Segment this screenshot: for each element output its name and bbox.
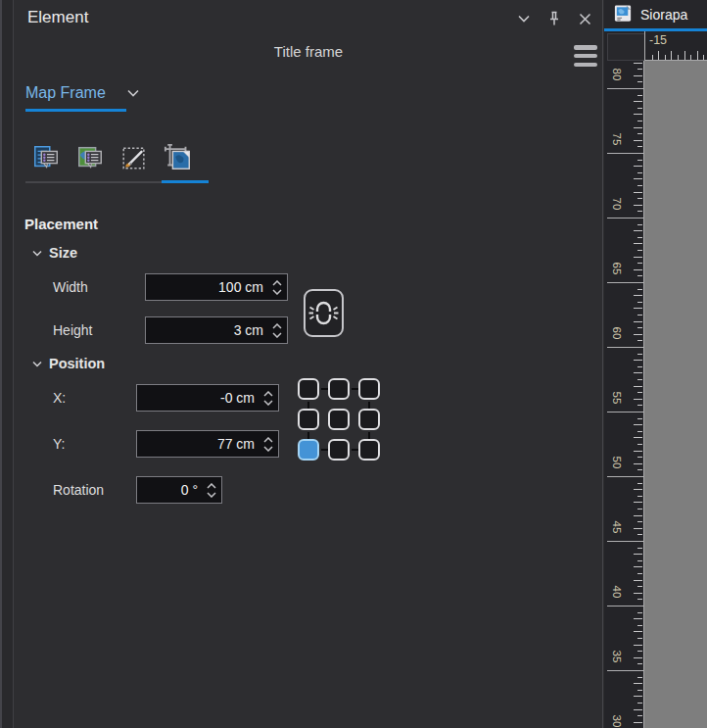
ruler-tick <box>634 593 642 594</box>
width-input[interactable]: 100 cm <box>145 273 288 301</box>
ruler-tick <box>637 548 642 549</box>
ruler-tick <box>637 327 642 328</box>
chevron-down-icon <box>127 89 139 97</box>
app-window: Element Title frame <box>0 0 707 728</box>
close-icon <box>579 13 591 25</box>
vertical-ruler-label: 65 <box>606 258 628 279</box>
anchor-bottom-right[interactable] <box>358 439 380 461</box>
ruler-tick <box>637 703 642 704</box>
ruler-tick <box>637 457 642 458</box>
ruler-tick <box>634 334 642 335</box>
anchor-middle-center[interactable] <box>328 409 350 430</box>
view-tab-label[interactable]: Siorapa <box>640 7 687 23</box>
layout-canvas[interactable] <box>644 61 707 728</box>
chevron-down-icon <box>32 250 42 257</box>
ruler-tick <box>637 651 642 652</box>
ruler-tick <box>637 431 642 432</box>
ruler-major-line <box>607 606 643 607</box>
layout-view-pane: Siorapa -15 8075706560555045403530 <box>604 0 707 728</box>
panel-collapse-button[interactable] <box>515 10 533 27</box>
layout-page-icon <box>613 4 634 24</box>
tab-placement[interactable] <box>162 141 195 174</box>
ruler-tick <box>637 160 642 161</box>
ruler-tick <box>634 192 642 193</box>
width-stepper[interactable] <box>268 274 287 300</box>
ruler-tick <box>637 573 642 574</box>
anchor-middle-left[interactable] <box>298 409 319 430</box>
ruler-tick <box>637 121 642 121</box>
rotation-input[interactable]: 0 ° <box>136 476 222 504</box>
ruler-tick <box>637 95 642 96</box>
ruler-tick <box>690 55 691 60</box>
size-section-toggle[interactable]: Size <box>32 245 77 261</box>
ruler-tick <box>634 515 642 516</box>
rotation-label: Rotation <box>53 482 104 498</box>
tab-map-text-options[interactable] <box>73 141 107 174</box>
ruler-corner-box <box>607 33 645 61</box>
lock-aspect-ratio-button[interactable] <box>304 289 344 337</box>
paintbrush-selection-icon <box>119 143 149 172</box>
height-stepper[interactable] <box>268 317 287 343</box>
vertical-ruler-label: 80 <box>606 64 628 85</box>
element-panel: Element Title frame <box>14 0 603 728</box>
placement-heading: Placement <box>24 216 98 232</box>
ruler-tick <box>634 360 642 361</box>
x-stepper[interactable] <box>259 385 278 411</box>
map-list-icon <box>75 143 105 172</box>
rotation-stepper[interactable] <box>203 477 221 503</box>
y-value: 77 cm <box>137 436 259 452</box>
ruler-tick <box>637 379 642 380</box>
anchor-bottom-center[interactable] <box>328 439 350 461</box>
ruler-tick <box>703 55 704 60</box>
height-input[interactable]: 3 cm <box>145 316 288 344</box>
anchor-top-right[interactable] <box>358 378 380 400</box>
ruler-major-line <box>607 541 643 542</box>
ruler-tick <box>634 709 642 710</box>
frame-type-label: Map Frame <box>25 84 106 102</box>
ruler-tick <box>637 663 642 664</box>
ruler-tick <box>634 657 642 658</box>
frame-type-selector[interactable]: Map Frame <box>25 84 139 102</box>
x-input[interactable]: -0 cm <box>136 384 279 412</box>
y-input[interactable]: 77 cm <box>136 430 279 458</box>
ruler-tick <box>637 354 642 355</box>
ruler-tick <box>671 51 672 60</box>
anchor-middle-right[interactable] <box>358 409 380 430</box>
ruler-tick <box>658 51 659 60</box>
map-frame-placement-icon <box>164 143 193 172</box>
ruler-tick <box>637 224 642 225</box>
y-stepper[interactable] <box>259 431 278 457</box>
ruler-tick <box>634 451 642 452</box>
ruler-major-line <box>607 476 643 477</box>
position-section-toggle[interactable]: Position <box>32 356 105 371</box>
ruler-tick <box>637 108 642 109</box>
ruler-tick <box>634 683 642 684</box>
ruler-tick <box>634 295 642 296</box>
ruler-tick <box>637 496 642 497</box>
active-tab-indicator <box>162 180 209 183</box>
anchor-top-left[interactable] <box>298 378 319 400</box>
panel-close-button[interactable] <box>576 10 593 27</box>
panel-menu-button[interactable] <box>574 44 597 68</box>
rotation-value: 0 ° <box>137 482 203 498</box>
frame-selector-underline <box>25 109 126 112</box>
size-section-label: Size <box>49 245 77 261</box>
ruler-tick <box>637 198 642 199</box>
ruler-tick <box>634 257 642 258</box>
ruler-tick <box>637 211 642 212</box>
ruler-tick <box>637 677 642 678</box>
ruler-tick <box>634 205 642 206</box>
ruler-tick <box>634 308 642 309</box>
ruler-tick <box>634 502 642 503</box>
anchor-top-center[interactable] <box>328 378 350 400</box>
panel-right-divider[interactable] <box>602 0 603 728</box>
tab-display[interactable] <box>118 141 151 174</box>
panel-pin-button[interactable] <box>545 10 563 27</box>
vertical-ruler-label: 50 <box>606 452 628 473</box>
anchor-bottom-left[interactable] <box>298 439 319 461</box>
width-label: Width <box>53 279 88 295</box>
tab-options[interactable] <box>29 141 63 174</box>
ruler-tick <box>634 63 642 64</box>
vertical-ruler-label: 75 <box>606 128 628 150</box>
pin-icon <box>547 11 561 26</box>
